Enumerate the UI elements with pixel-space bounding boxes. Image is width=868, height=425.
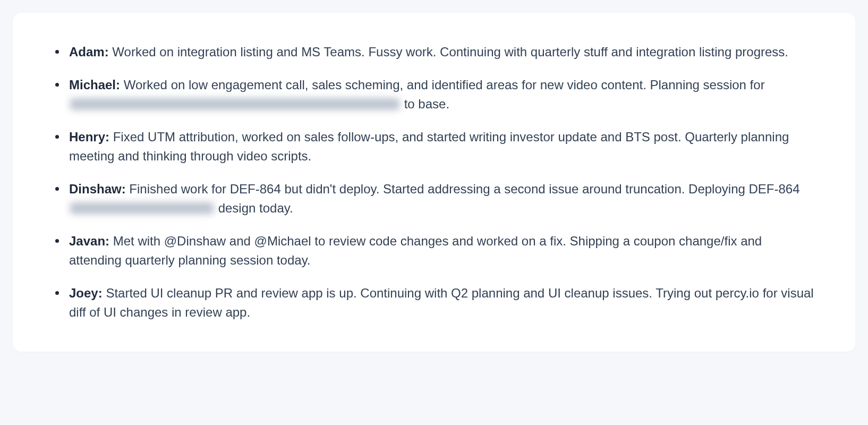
update-text: Worked on integration listing and MS Tea… [112, 45, 788, 59]
updates-card: Adam: Worked on integration listing and … [13, 13, 855, 352]
update-text: Finished work for DEF-864 but didn't dep… [129, 182, 799, 196]
updates-list: Adam: Worked on integration listing and … [51, 42, 817, 322]
author-name: Dinshaw [69, 182, 122, 196]
update-item: Michael: Worked on low engagement call, … [51, 75, 817, 114]
colon: : [98, 286, 103, 300]
colon: : [116, 78, 120, 92]
colon: : [122, 182, 126, 196]
author-name: Henry [69, 130, 105, 144]
colon: : [105, 45, 109, 59]
author-name: Michael [69, 78, 116, 92]
update-text: Started UI cleanup PR and review app is … [69, 286, 814, 319]
author-name: Adam [69, 45, 105, 59]
update-text: design today. [215, 201, 293, 215]
update-text: Fixed UTM attribution, worked on sales f… [69, 130, 789, 163]
author-name: Joey [69, 286, 98, 300]
colon: : [105, 130, 109, 144]
redacted-text [70, 202, 214, 214]
update-text: to base. [401, 97, 449, 111]
update-text: Worked on low engagement call, sales sch… [124, 78, 765, 92]
update-item: Joey: Started UI cleanup PR and review a… [51, 284, 817, 322]
update-text: Met with @Dinshaw and @Michael to review… [69, 234, 762, 267]
update-item: Adam: Worked on integration listing and … [51, 42, 817, 62]
colon: : [105, 234, 109, 248]
author-name: Javan [69, 234, 105, 248]
redacted-text [70, 98, 399, 110]
update-item: Henry: Fixed UTM attribution, worked on … [51, 128, 817, 166]
update-item: Javan: Met with @Dinshaw and @Michael to… [51, 232, 817, 270]
update-item: Dinshaw: Finished work for DEF-864 but d… [51, 180, 817, 218]
